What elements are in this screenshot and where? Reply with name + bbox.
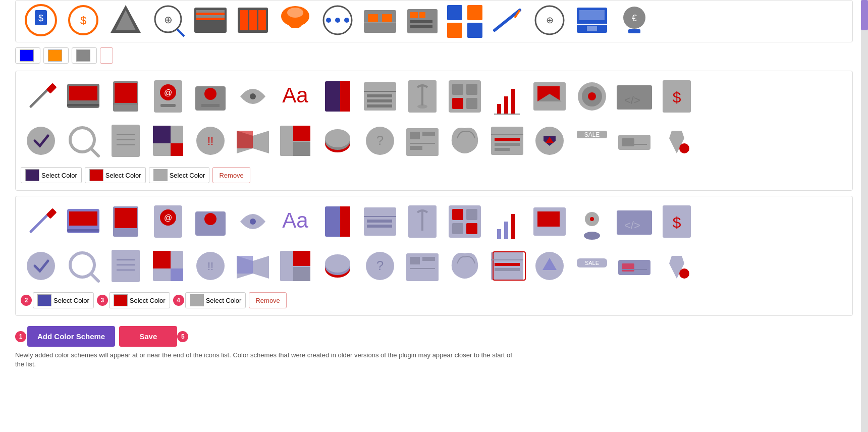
color-btn-3-2[interactable]: Select Color bbox=[109, 292, 170, 308]
svg-rect-12 bbox=[196, 13, 225, 15]
s2-icon-r2-6 bbox=[275, 121, 315, 161]
svg-point-206 bbox=[679, 268, 689, 279]
svg-rect-75 bbox=[452, 84, 463, 95]
add-color-scheme-button[interactable]: Add Color Scheme bbox=[27, 326, 115, 347]
s3-icon-r2-9 bbox=[402, 246, 443, 286]
s2-icon-10 bbox=[445, 76, 485, 117]
btn-row: 1 Add Color Scheme Save 5 bbox=[15, 326, 189, 347]
svg-rect-177 bbox=[153, 251, 171, 268]
remove-btn-1[interactable] bbox=[100, 47, 113, 64]
svg-rect-198 bbox=[495, 268, 520, 271]
svg-rect-78 bbox=[466, 98, 477, 109]
svg-rect-161 bbox=[537, 211, 560, 227]
icon-14: € bbox=[614, 3, 655, 38]
remove-btn-3[interactable]: Remove bbox=[249, 292, 286, 308]
svg-rect-71 bbox=[367, 104, 392, 107]
s3-icon-r2-0 bbox=[21, 246, 61, 286]
color-controls-2: Select Color Select Color Select Color R… bbox=[21, 165, 847, 185]
svg-point-187 bbox=[325, 254, 350, 273]
svg-rect-156 bbox=[466, 223, 477, 234]
s2-icon-r2-11 bbox=[487, 121, 527, 161]
svg-point-142 bbox=[204, 213, 216, 225]
s3-icon-10 bbox=[445, 201, 485, 242]
svg-text:$: $ bbox=[38, 13, 43, 23]
s3-icon-6: Aa bbox=[275, 201, 315, 242]
color-swatch-3-3 bbox=[190, 294, 204, 306]
svg-rect-77 bbox=[452, 98, 463, 109]
svg-point-163 bbox=[584, 232, 600, 240]
color-btn-3-1-label: Select Color bbox=[53, 297, 89, 304]
svg-rect-29 bbox=[410, 12, 418, 18]
svg-rect-191 bbox=[410, 257, 420, 264]
color-controls-3: 2 Select Color 3 Select Color 4 Select C… bbox=[21, 290, 847, 310]
svg-text:Aa: Aa bbox=[282, 208, 308, 232]
color-btn-1-2[interactable] bbox=[43, 47, 69, 64]
svg-text:?: ? bbox=[376, 133, 384, 148]
s2-icon-r2-3 bbox=[148, 121, 188, 161]
color-btn-2-3-label: Select Color bbox=[170, 172, 205, 179]
s3-icon-r2-3 bbox=[148, 246, 188, 286]
icon-7 bbox=[317, 3, 358, 38]
s3-icon-2 bbox=[105, 201, 146, 242]
color-btn-2-2-label: Select Color bbox=[105, 172, 141, 179]
top-partial-section: $ $ ⊕ ⊕ € bbox=[15, 0, 853, 42]
svg-text:€: € bbox=[632, 13, 637, 23]
save-button[interactable]: Save bbox=[119, 326, 177, 347]
s2-icon-r2-12 bbox=[529, 121, 570, 161]
svg-point-110 bbox=[325, 129, 350, 147]
scheme-1-controls bbox=[15, 45, 853, 66]
s2-icon-14: </> bbox=[614, 76, 655, 117]
color-swatch-3-1 bbox=[37, 294, 51, 306]
top-icon-row: $ $ ⊕ ⊕ € bbox=[21, 3, 847, 38]
color-btn-3-2-label: Select Color bbox=[130, 297, 166, 304]
color-btn-1-3[interactable] bbox=[72, 47, 97, 64]
svg-text:SALE: SALE bbox=[585, 260, 599, 266]
color-btn-3-3[interactable]: Select Color bbox=[185, 292, 246, 308]
scheme-3-section: @ Aa </> $ !! ? bbox=[15, 196, 853, 316]
s3-icon-4 bbox=[190, 201, 231, 242]
svg-text:@: @ bbox=[164, 213, 172, 222]
s2-icon-r2-9 bbox=[402, 121, 443, 161]
svg-rect-44 bbox=[587, 26, 597, 31]
color-btn-1-1[interactable] bbox=[15, 47, 40, 64]
scheme-2-section: @ Aa </> $ !! ? bbox=[15, 71, 853, 191]
s3-icon-r2-12 bbox=[529, 246, 570, 286]
s2-icon-8 bbox=[360, 76, 400, 117]
s2-icon-r2-5 bbox=[233, 121, 273, 161]
scrollbar-thumb[interactable] bbox=[861, 0, 868, 30]
color-btn-3-1[interactable]: Select Color bbox=[33, 292, 94, 308]
color-swatch-2-1 bbox=[25, 169, 39, 181]
svg-point-143 bbox=[250, 219, 256, 225]
color-btn-2-3[interactable]: Select Color bbox=[149, 167, 210, 183]
svg-point-73 bbox=[417, 104, 427, 109]
s2-icon-r2-10 bbox=[445, 121, 485, 161]
color-swatch-1-2 bbox=[48, 49, 62, 62]
svg-rect-172 bbox=[112, 250, 140, 282]
scrollbar-track[interactable] bbox=[861, 0, 868, 432]
svg-point-61 bbox=[204, 88, 216, 100]
badge-5-wrap: Save 5 bbox=[119, 326, 189, 347]
icon-grid-2a: @ Aa </> $ bbox=[21, 76, 847, 117]
svg-rect-132 bbox=[46, 208, 57, 219]
s3-icon-13 bbox=[572, 201, 612, 242]
color-btn-2-1[interactable]: Select Color bbox=[21, 167, 82, 183]
svg-text:⊕: ⊕ bbox=[164, 14, 173, 25]
icon-1: $ bbox=[63, 3, 103, 38]
svg-rect-100 bbox=[153, 126, 171, 143]
s3-icon-12 bbox=[529, 201, 570, 242]
svg-text:$: $ bbox=[673, 89, 681, 105]
icon-5 bbox=[233, 3, 273, 38]
svg-rect-122 bbox=[495, 148, 510, 151]
s3-icon-r2-15 bbox=[657, 246, 697, 286]
s3-icon-7 bbox=[317, 201, 358, 242]
svg-text:Aa: Aa bbox=[282, 83, 308, 107]
svg-rect-157 bbox=[497, 229, 501, 239]
svg-rect-146 bbox=[340, 206, 350, 237]
svg-text:?: ? bbox=[376, 258, 384, 273]
remove-btn-2[interactable]: Remove bbox=[212, 167, 250, 183]
badge-3-wrap: 3 Select Color bbox=[97, 292, 170, 308]
svg-rect-153 bbox=[452, 209, 463, 220]
s2-icon-r2-14 bbox=[614, 121, 655, 161]
color-btn-2-2[interactable]: Select Color bbox=[85, 167, 146, 183]
svg-rect-49 bbox=[46, 83, 57, 93]
